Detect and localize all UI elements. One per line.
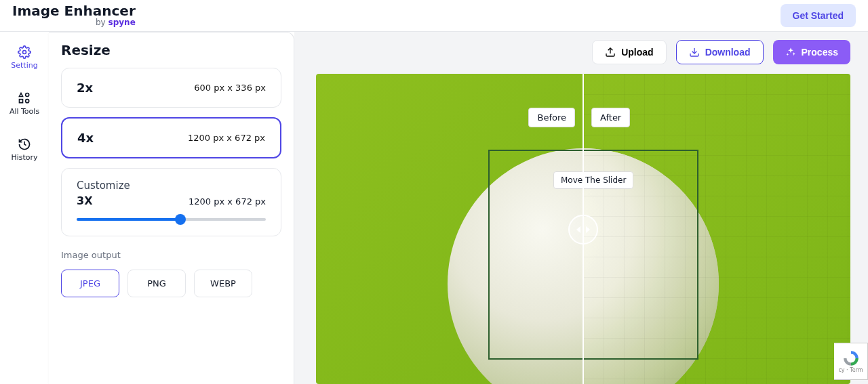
- compare-handle[interactable]: [568, 215, 598, 244]
- slider-thumb[interactable]: [175, 214, 186, 225]
- resize-option-2x[interactable]: 2x 600 px x 336 px: [61, 68, 281, 108]
- process-button[interactable]: Process: [773, 40, 850, 64]
- format-png[interactable]: PNG: [127, 270, 186, 297]
- format-webp[interactable]: WEBP: [194, 270, 252, 297]
- customize-card: Customize 3X 1200 px x 672 px: [61, 168, 281, 236]
- sidenav-label: Setting: [11, 61, 37, 70]
- format-group: JPEG PNG WEBP: [61, 270, 281, 297]
- format-jpeg[interactable]: JPEG: [61, 270, 119, 297]
- svg-marker-1: [20, 93, 23, 97]
- shapes-icon: [18, 91, 31, 105]
- app-header: Image Enhancer by spyne Get Started: [0, 0, 868, 32]
- work-area: Upload Download Process Before After Mov…: [294, 32, 868, 384]
- resize-option-4x[interactable]: 4x 1200 px x 672 px: [61, 117, 281, 158]
- button-label: Upload: [621, 47, 653, 58]
- sidenav-item-all-tools[interactable]: All Tools: [3, 85, 45, 123]
- option-dimensions: 1200 px x 672 px: [188, 133, 265, 143]
- image-preview: Before After Move The Slider: [316, 74, 850, 384]
- action-bar: Upload Download Process: [592, 40, 850, 64]
- app-body: Setting All Tools History Resize 2x 600 …: [0, 32, 868, 384]
- customize-dimensions: 1200 px x 672 px: [189, 196, 266, 207]
- slider-track-fill: [77, 218, 180, 221]
- customize-slider[interactable]: [77, 214, 266, 225]
- panel-title: Resize: [61, 42, 281, 58]
- option-multiplier: 4x: [77, 131, 94, 145]
- sidenav-label: All Tools: [9, 107, 39, 116]
- brand-subtitle: by spyne: [96, 18, 136, 27]
- option-dimensions: 600 px x 336 px: [194, 83, 266, 93]
- arrows-horizontal-icon: [576, 225, 590, 234]
- brand-title: Image Enhancer: [12, 4, 136, 18]
- button-label: Download: [705, 47, 751, 58]
- recaptcha-icon: [842, 349, 860, 367]
- before-label: Before: [528, 108, 575, 127]
- recaptcha-text: cy · Term: [838, 367, 863, 373]
- svg-point-0: [23, 51, 26, 54]
- upload-icon: [605, 47, 616, 58]
- sidenav-label: History: [11, 153, 37, 162]
- recaptcha-badge: cy · Term: [834, 343, 868, 380]
- svg-marker-7: [576, 226, 580, 233]
- svg-point-4: [26, 100, 29, 103]
- gear-icon: [18, 45, 31, 59]
- upload-button[interactable]: Upload: [592, 40, 666, 64]
- history-icon: [18, 137, 31, 151]
- brand: Image Enhancer by spyne: [12, 4, 136, 27]
- download-button[interactable]: Download: [676, 40, 764, 64]
- slider-tooltip: Move The Slider: [553, 171, 633, 189]
- get-started-button[interactable]: Get Started: [781, 4, 856, 27]
- after-label: After: [591, 108, 630, 127]
- customize-multiplier: 3X: [77, 194, 92, 207]
- customize-label: Customize: [77, 179, 266, 192]
- svg-marker-8: [586, 226, 590, 233]
- settings-panel: Resize 2x 600 px x 336 px 4x 1200 px x 6…: [49, 32, 294, 384]
- option-multiplier: 2x: [77, 81, 93, 95]
- button-label: Process: [802, 47, 838, 58]
- sidenav-item-setting[interactable]: Setting: [6, 39, 43, 77]
- svg-rect-3: [20, 100, 23, 103]
- download-icon: [689, 47, 700, 58]
- output-label: Image output: [61, 250, 281, 260]
- sidenav-item-history[interactable]: History: [6, 131, 43, 169]
- sidenav: Setting All Tools History: [0, 32, 49, 384]
- svg-point-2: [26, 93, 29, 97]
- sparkle-icon: [785, 47, 796, 58]
